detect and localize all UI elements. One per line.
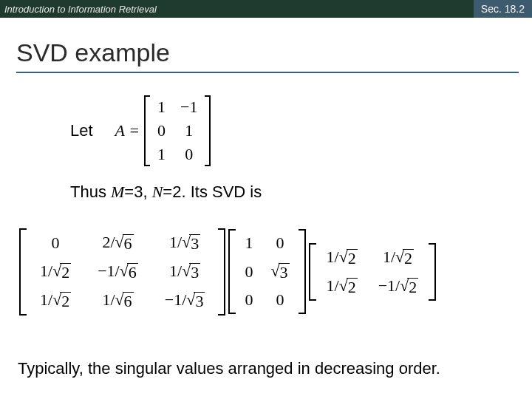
- thus-line: Thus M=3, N=2. Its SVD is: [70, 183, 532, 202]
- title-rule: [16, 72, 519, 73]
- course-title: Introduction to Information Retrieval: [0, 4, 157, 15]
- U-11: −1/√6: [84, 257, 151, 286]
- U-22: −1/√3: [151, 286, 219, 315]
- top-bar: Introduction to Information Retrieval Se…: [0, 0, 532, 18]
- U-21: 1/√6: [84, 286, 151, 315]
- V-01: 1/√2: [368, 243, 429, 272]
- section-badge: Sec. 18.2: [474, 0, 532, 18]
- S-00: 1: [236, 229, 262, 257]
- S-10: 0: [236, 257, 262, 286]
- S-01: 0: [262, 229, 298, 257]
- U-12: 1/√3: [151, 257, 219, 286]
- svd-product: 02/√61/√3 1/√2−1/√61/√3 1/√21/√6−1/√3 10…: [19, 228, 532, 316]
- U-10: 1/√2: [27, 257, 84, 286]
- matrix-Vt: 1/√21/√2 1/√2−1/√2: [309, 243, 437, 301]
- S-11: √3: [262, 257, 298, 286]
- content: Let A = 1−1 01 10 Thus M=3, N=2. Its SVD…: [70, 95, 532, 202]
- S-21: 0: [262, 286, 298, 314]
- matrix-A: A = 1−1 01 10: [115, 95, 211, 166]
- slide-title: SVD example: [16, 38, 532, 67]
- U-02: 1/√3: [151, 228, 219, 257]
- matrix-A-body: 1−1 01 10: [150, 95, 205, 166]
- title-area: SVD example: [16, 38, 532, 73]
- U-00: 0: [27, 228, 84, 257]
- S-20: 0: [236, 286, 262, 314]
- let-row: Let A = 1−1 01 10: [70, 95, 532, 166]
- U-01: 2/√6: [84, 228, 151, 257]
- matrix-Sigma: 10 0√3 00: [228, 229, 305, 314]
- V-00: 1/√2: [316, 243, 368, 272]
- matrix-U: 02/√61/√3 1/√2−1/√61/√3 1/√21/√6−1/√3: [19, 228, 225, 316]
- V-10: 1/√2: [316, 272, 368, 301]
- V-11: −1/√2: [368, 272, 429, 301]
- footer-note: Typically, the singular values arranged …: [18, 359, 514, 378]
- U-20: 1/√2: [27, 286, 84, 315]
- let-label: Let: [70, 121, 93, 140]
- A-equals: A =: [115, 95, 140, 166]
